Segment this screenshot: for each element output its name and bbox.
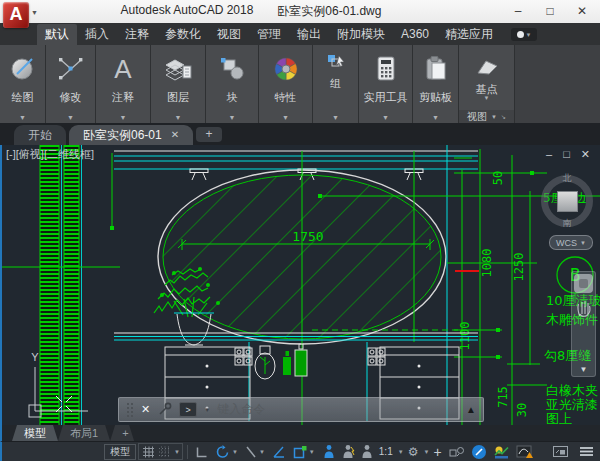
viewport-restore-button[interactable]: □ (563, 148, 570, 161)
media-button[interactable]: ▼ (511, 28, 537, 41)
panel-label[interactable]: 绘图 (12, 91, 34, 103)
panel-label[interactable]: 注释 (112, 91, 134, 103)
command-line-bar[interactable]: ✕ > ▼ 键入命令 ▲ (118, 397, 484, 422)
layers-icon[interactable] (161, 47, 195, 91)
panel-expand-arrow-icon[interactable]: ▼ (259, 112, 312, 123)
viewport-minimize-button[interactable]: – (546, 148, 552, 161)
groups-icon[interactable] (321, 47, 351, 77)
grid-display-icon[interactable] (157, 445, 172, 459)
viewcube-north-label[interactable]: 北 (563, 172, 572, 185)
annotation-scale-button[interactable] (359, 443, 375, 461)
panel-expand-arrow-icon[interactable]: ▼ (359, 112, 412, 123)
panel-expand-arrow-icon[interactable]: ▼ (313, 112, 358, 123)
layout-tab-model[interactable]: 模型 (12, 425, 58, 441)
grid-snap-group[interactable]: ▼ (138, 443, 183, 460)
performance-analyzer-icon[interactable] (491, 443, 512, 461)
customize-wrench-icon[interactable] (157, 402, 172, 417)
close-icon[interactable]: ✕ (141, 398, 150, 421)
panel-label[interactable]: 特性 (275, 91, 297, 103)
panel-label[interactable]: 修改 (60, 91, 82, 103)
file-tab-start[interactable]: 开始 (14, 125, 66, 145)
panel-expand-arrow-icon[interactable]: ▼ (0, 112, 45, 123)
ribbon-tab-addins[interactable]: 附加模块 (329, 24, 393, 45)
close-button[interactable]: ✕ (566, 1, 598, 22)
block-icon[interactable] (215, 47, 249, 91)
snap-grid-icon[interactable] (141, 445, 156, 459)
ribbon-tab-insert[interactable]: 插入 (77, 24, 117, 45)
file-tab-document[interactable]: 卧室实例06-01✕ (69, 125, 193, 145)
graphics-warning-icon[interactable] (514, 443, 536, 461)
ribbon-tab-annotate[interactable]: 注释 (117, 24, 157, 45)
dropdown-arrow-icon[interactable]: ▼ (259, 449, 265, 455)
annotation-monitor-plus-button[interactable]: + (431, 443, 443, 461)
dropdown-arrow-icon[interactable]: ▼ (204, 407, 210, 413)
navigation-bar[interactable]: ▼ (571, 271, 596, 377)
viewcube-face[interactable] (557, 191, 578, 212)
isolate-objects-button[interactable] (446, 443, 467, 461)
annotate-icon[interactable]: A (106, 47, 140, 91)
new-drawing-tab-button[interactable]: + (196, 127, 222, 142)
ribbon-tab-view[interactable]: 视图 (209, 24, 249, 45)
hardware-acceleration-button[interactable] (469, 443, 489, 461)
steering-wheel-icon[interactable] (574, 274, 593, 293)
clipboard-icon[interactable] (419, 47, 453, 91)
ortho-mode-button[interactable] (192, 443, 211, 461)
app-logo-icon[interactable]: A (3, 2, 29, 28)
ribbon-tab-home[interactable]: 默认 (37, 24, 77, 45)
command-history-toggle[interactable]: ▲ (466, 404, 476, 415)
polar-tracking-button[interactable]: ▼ (213, 443, 240, 461)
dropdown-arrow-icon[interactable]: ▼ (232, 449, 238, 455)
panel-label[interactable]: 块 (227, 91, 238, 103)
viewport-close-button[interactable]: ✕ (581, 148, 590, 161)
panel-label[interactable]: 基点 (476, 83, 498, 95)
panel-expand-arrow-icon[interactable]: ▼ (46, 112, 95, 123)
panel-expand-arrow-icon[interactable]: ▼ (413, 112, 458, 123)
ribbon-tab-featured-apps[interactable]: 精选应用 (437, 24, 501, 45)
dropdown-arrow-icon[interactable]: ▼ (309, 449, 315, 455)
isodraft-button[interactable]: ▼ (242, 443, 267, 461)
viewcube-south-label[interactable]: 南 (563, 217, 572, 230)
panel-label[interactable]: 剪贴板 (419, 91, 452, 103)
dropdown-arrow-icon[interactable]: ▼ (174, 449, 180, 455)
annotation-autoscale-button[interactable] (339, 443, 357, 461)
draw-icon[interactable] (6, 47, 40, 91)
fullscreen-button[interactable] (550, 443, 571, 461)
panel-expand-arrow-icon[interactable]: ▼ (96, 112, 150, 123)
panel-expand-arrow-icon[interactable]: ▼ (206, 112, 258, 123)
command-prompt-icon[interactable]: > (179, 402, 197, 417)
drag-handle-icon[interactable] (126, 402, 134, 418)
view-panel-footer[interactable]: 视图▼↘ (459, 110, 514, 123)
viewport-controls-label[interactable]: [-][俯视][二维线框] (6, 147, 94, 162)
model-space-button[interactable]: 模型 (104, 444, 136, 460)
minimize-button[interactable]: – (502, 1, 534, 22)
panel-label[interactable]: 组 (330, 77, 341, 89)
panel-label[interactable]: 实用工具 (364, 91, 408, 103)
customization-menu-button[interactable] (577, 443, 596, 461)
ribbon-tab-a360[interactable]: A360 (393, 24, 437, 45)
panel-expand-arrow-icon[interactable]: ▼ (151, 112, 205, 123)
pan-hand-icon[interactable] (576, 299, 592, 319)
basepoint-icon[interactable] (470, 47, 504, 83)
maximize-button[interactable]: □ (534, 1, 566, 22)
modify-icon[interactable] (54, 47, 88, 91)
object-snap-tracking-button[interactable] (269, 443, 288, 461)
layout-tab-layout1[interactable]: 布局1 (58, 425, 110, 441)
dropdown-arrow-icon[interactable]: ▼ (423, 449, 429, 455)
panel-label[interactable]: 图层 (167, 91, 189, 103)
workspace-switching-button[interactable]: ⚙ (406, 443, 421, 461)
annotation-visibility-button[interactable] (319, 443, 337, 461)
new-layout-button[interactable]: + (110, 425, 134, 441)
viewcube[interactable]: 北 南 (538, 172, 596, 230)
ribbon-tab-parametric[interactable]: 参数化 (157, 24, 209, 45)
color-wheel-icon[interactable] (269, 47, 303, 91)
ribbon-tab-output[interactable]: 输出 (289, 24, 329, 45)
close-icon[interactable]: ✕ (171, 125, 179, 145)
dropdown-arrow-icon[interactable]: ▼ (484, 95, 490, 101)
app-menu-arrow-icon[interactable]: ▼ (31, 9, 38, 16)
object-snap-button[interactable]: ▼ (290, 443, 317, 461)
dropdown-arrow-icon[interactable]: ▼ (398, 449, 404, 455)
chevron-down-icon[interactable]: ▼ (580, 365, 588, 374)
calculator-icon[interactable] (369, 47, 403, 91)
drawing-canvas[interactable]: 1750 (0, 145, 600, 425)
wcs-dropdown[interactable]: WCS▼ (549, 235, 593, 250)
